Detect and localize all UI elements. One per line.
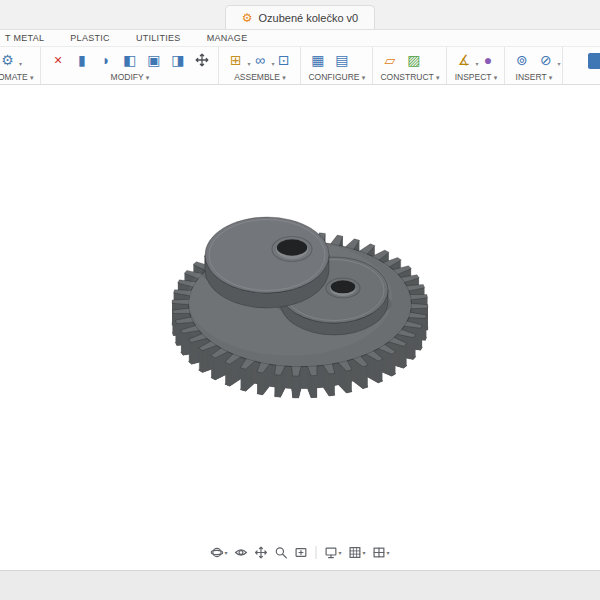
nav-fit-button[interactable]: [291, 544, 310, 561]
viewports-icon: [373, 546, 386, 559]
toolbar-group-omate: ⚙▾OMATE ▾: [0, 47, 41, 84]
dropdown-caret-icon: ▾: [436, 74, 440, 81]
ribbon-tab-t-metal[interactable]: T METAL: [0, 33, 57, 43]
document-title: Ozubené kolečko v0: [259, 12, 359, 24]
look-at-icon: [234, 546, 247, 559]
configuration-table-icon[interactable]: ▦: [308, 50, 327, 70]
nav-display-settings-button[interactable]: ▾: [321, 544, 344, 561]
toolbar-group-inspect: ∡▾●INSPECT ▾: [447, 47, 505, 84]
new-component-icon[interactable]: ⊞▾: [226, 50, 245, 70]
toolbar-group-label-inspect[interactable]: INSPECT ▾: [454, 72, 497, 83]
dropdown-caret-icon: ▾: [338, 549, 341, 556]
pan-icon: [254, 546, 267, 559]
toolbar-group-assemble: ⊞▾∞▾⊡ASSEMBLE ▾: [219, 47, 301, 84]
dropdown-caret-icon: ▾: [30, 74, 34, 81]
nav-zoom-button[interactable]: [271, 544, 290, 561]
dropdown-caret-icon: ▾: [557, 61, 560, 67]
construct-axis-icon[interactable]: ▨: [404, 50, 423, 70]
nav-grid-and-snaps-button[interactable]: ▾: [346, 544, 369, 561]
ribbon-tab-bar: T METALPLASTICUTILITIESMANAGE: [0, 30, 600, 47]
dropdown-caret-icon: ▾: [146, 74, 150, 81]
insert-mesh-icon[interactable]: ⊘▾: [536, 50, 555, 70]
fillet-icon[interactable]: ◗: [96, 50, 115, 70]
nav-orbit-button[interactable]: ▾: [207, 544, 230, 561]
fusion-app-window: ⚙ Ozubené kolečko v0 T METALPLASTICUTILI…: [0, 0, 600, 600]
navbar-separator: [315, 546, 316, 559]
viewport-canvas[interactable]: ▾▾▾▾: [0, 85, 600, 570]
ribbon-tab-utilities[interactable]: UTILITIES: [123, 33, 194, 43]
toolbar-group-label-construct[interactable]: CONSTRUCT ▾: [380, 72, 439, 83]
as-built-joint-icon[interactable]: ⊡: [274, 50, 293, 70]
dropdown-caret-icon: ▾: [362, 74, 366, 81]
combine-icon[interactable]: ▣: [144, 50, 163, 70]
ribbon-tab-plastic[interactable]: PLASTIC: [57, 33, 123, 43]
move-copy-icon[interactable]: [192, 50, 211, 70]
insert-derive-icon[interactable]: ⊚: [512, 50, 531, 70]
offset-face-icon[interactable]: ◨: [168, 50, 187, 70]
gear-document-icon: ⚙: [242, 12, 253, 24]
delete-icon[interactable]: ×: [48, 50, 67, 70]
cropped-partial-icon[interactable]: [588, 53, 600, 69]
dropdown-caret-icon: ▾: [224, 549, 227, 556]
dropdown-caret-icon: ▾: [494, 74, 498, 81]
configure-features-icon[interactable]: ▤: [332, 50, 351, 70]
dropdown-caret-icon: ▾: [387, 549, 390, 556]
dropdown-caret-icon: ▾: [19, 61, 22, 67]
view-navigation-bar: ▾▾▾▾: [201, 542, 398, 563]
toolbar-group-label-modify[interactable]: MODIFY ▾: [48, 72, 211, 83]
zoom-icon: [274, 546, 287, 559]
nav-viewports-button[interactable]: ▾: [370, 544, 393, 561]
grid-and-snaps-icon: [349, 546, 362, 559]
fit-icon: [294, 546, 307, 559]
measure-icon[interactable]: ∡▾: [454, 50, 473, 70]
orbit-icon: [210, 546, 223, 559]
toolbar-group-label-omate[interactable]: OMATE ▾: [0, 72, 33, 83]
dropdown-caret-icon: ▾: [282, 74, 286, 81]
automate-icon[interactable]: ⚙▾: [0, 50, 17, 70]
toolbar-ribbon: ⚙▾OMATE ▾×▮◗◧▣◨MODIFY ▾⊞▾∞▾⊡ASSEMBLE ▾▦▤…: [0, 47, 600, 85]
toolbar-group-label-assemble[interactable]: ASSEMBLE ▾: [226, 72, 293, 83]
construct-plane-icon[interactable]: ▱: [380, 50, 399, 70]
toolbar-group-label-insert[interactable]: INSERT ▾: [512, 72, 555, 83]
toolbar-group-modify: ×▮◗◧▣◨MODIFY ▾: [41, 47, 219, 84]
press-pull-icon[interactable]: ▮: [72, 50, 91, 70]
joint-icon[interactable]: ∞▾: [250, 50, 269, 70]
toolbar-group-insert: ⊚⊘▾INSERT ▾: [505, 47, 563, 84]
nav-pan-button[interactable]: [251, 544, 270, 561]
display-settings-icon: [324, 546, 337, 559]
dropdown-caret-icon: ▾: [363, 549, 366, 556]
gear-3d-model[interactable]: [80, 200, 520, 530]
ribbon-tab-manage[interactable]: MANAGE: [194, 33, 261, 43]
document-tab[interactable]: ⚙ Ozubené kolečko v0: [225, 5, 375, 29]
timeline-panel: [0, 570, 600, 600]
toolbar-group-construct: ▱▨CONSTRUCT ▾: [373, 47, 447, 84]
titlebar: ⚙ Ozubené kolečko v0: [0, 0, 600, 30]
section-analysis-icon[interactable]: ●: [478, 50, 497, 70]
shell-icon[interactable]: ◧: [120, 50, 139, 70]
toolbar-group-label-configure[interactable]: CONFIGURE ▾: [308, 72, 365, 83]
toolbar-group-configure: ▦▤CONFIGURE ▾: [301, 47, 373, 84]
dropdown-caret-icon: ▾: [549, 74, 553, 81]
nav-look-at-button[interactable]: [231, 544, 250, 561]
